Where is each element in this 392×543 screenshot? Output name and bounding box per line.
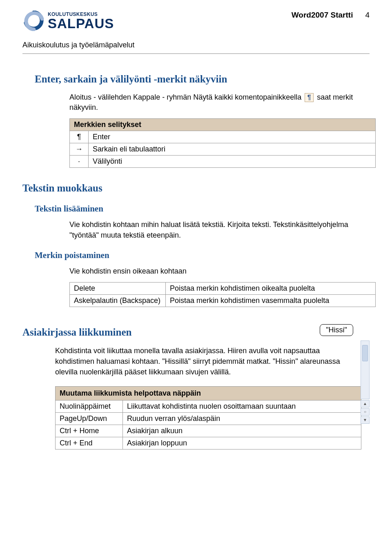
- subheading-delete-char: Merkin poistaminen: [35, 250, 370, 260]
- nav-key: Nuolinäppäimet: [56, 401, 123, 413]
- delete-key: Delete: [70, 282, 166, 294]
- delete-desc: Poistaa merkin kohdistimen vasemmalta pu…: [166, 294, 376, 307]
- nav-desc: Asiakirjan loppuun: [123, 437, 361, 450]
- header-rule: [22, 53, 370, 54]
- scroll-dot-icon: ○: [361, 408, 370, 416]
- table-row: ¶ Enter: [70, 131, 376, 143]
- heading-edit: Tekstin muokkaus: [22, 182, 370, 194]
- marks-intro-a: Aloitus - välilehden Kappale - ryhmän Nä…: [69, 93, 303, 101]
- marks-table-title: Merkkien selitykset: [70, 119, 376, 131]
- nav-key: PageUp/Down: [56, 413, 123, 425]
- subheading-add-text: Tekstin lisääminen: [35, 204, 370, 214]
- table-row: Delete Poistaa merkin kohdistimen oikeal…: [70, 282, 376, 294]
- scroll-down-icon: ▼: [361, 416, 370, 424]
- arrow-right-icon: →: [76, 145, 83, 153]
- pilcrow-icon: ¶: [77, 133, 81, 141]
- delete-char-body: Vie kohdistin ensin oikeaan kohtaan: [69, 266, 365, 276]
- scrollbar-track-icon: [361, 340, 370, 399]
- heading-marks: Enter, sarkain ja välilyönti -merkit näk…: [35, 73, 370, 85]
- marks-table: Merkkien selitykset ¶ Enter → Sarkain el…: [69, 118, 376, 168]
- movement-body: Kohdistinta voit liikuttaa monella taval…: [55, 345, 349, 377]
- scroll-up-icon: ▲: [361, 400, 370, 407]
- logo: KOULUTUSKESKUS SALPAUS: [22, 11, 114, 31]
- delete-desc: Poistaa merkin kohdistimen oikealta puol…: [166, 282, 376, 294]
- delete-table: Delete Poistaa merkin kohdistimen oikeal…: [69, 282, 376, 307]
- pilcrow-icon: ¶: [305, 93, 314, 102]
- doc-title: Word2007 Startti: [292, 11, 353, 20]
- scrollbar-illustration: ▲ ○ ▼: [361, 340, 370, 424]
- nav-desc: Liikuttavat kohdistinta nuolen osoittama…: [123, 401, 361, 413]
- nav-key: Ctrl + Home: [56, 425, 123, 437]
- hissi-callout: "Hissi": [320, 324, 353, 336]
- logo-big-text: SALPAUS: [48, 17, 114, 30]
- sub-header: Aikuiskoulutus ja työelämäpalvelut: [22, 41, 370, 49]
- page-number: 4: [365, 11, 370, 20]
- table-row: · Välilyönti: [70, 156, 376, 168]
- nav-table: Muutama liikkumista helpottava näppäin N…: [55, 386, 361, 450]
- nav-key: Ctrl + End: [56, 437, 123, 450]
- logo-icon: [22, 11, 45, 31]
- table-row: PageUp/Down Ruudun verran ylös/alaspäin: [56, 413, 361, 425]
- delete-key: Askelpalautin (Backspace): [70, 294, 166, 307]
- add-text-body: Vie kohdistin kohtaan mihin haluat lisät…: [69, 220, 365, 240]
- nav-desc: Asiakirjan alkuun: [123, 425, 361, 437]
- heading-movement: Asiakirjassa liikkuminen: [22, 327, 370, 338]
- marks-row-text: Sarkain eli tabulaattori: [89, 143, 376, 156]
- nav-desc: Ruudun verran ylös/alaspäin: [123, 413, 361, 425]
- dot-icon: ·: [78, 157, 80, 165]
- nav-table-title: Muutama liikkumista helpottava näppäin: [56, 387, 361, 401]
- table-row: → Sarkain eli tabulaattori: [70, 143, 376, 156]
- marks-row-text: Enter: [89, 131, 376, 143]
- table-row: Ctrl + End Asiakirjan loppuun: [56, 437, 361, 450]
- marks-intro: Aloitus - välilehden Kappale - ryhmän Nä…: [69, 92, 365, 113]
- table-row: Nuolinäppäimet Liikuttavat kohdistinta n…: [56, 401, 361, 413]
- table-row: Ctrl + Home Asiakirjan alkuun: [56, 425, 361, 437]
- table-row: Askelpalautin (Backspace) Poistaa merkin…: [70, 294, 376, 307]
- marks-row-text: Välilyönti: [89, 156, 376, 168]
